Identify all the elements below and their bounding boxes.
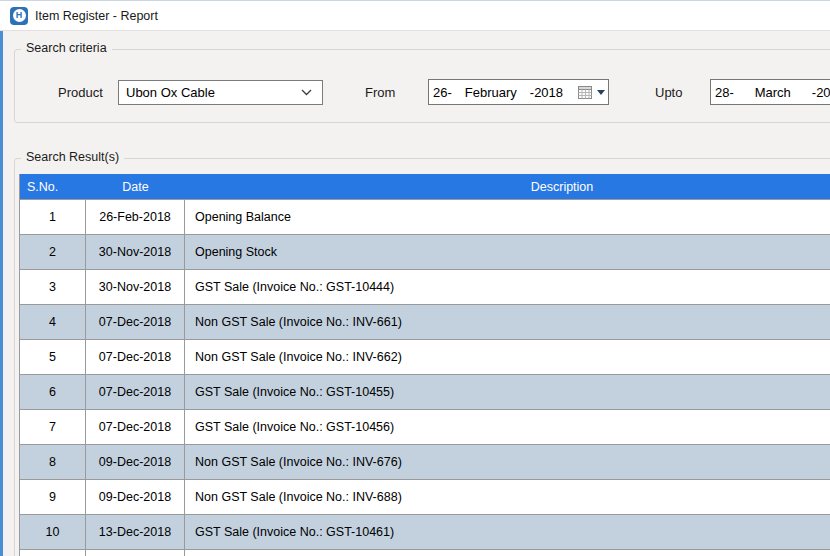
cell-sno[interactable]: 9 <box>20 480 86 514</box>
header-description[interactable]: Description <box>185 174 830 199</box>
cell-date[interactable]: 26-Feb-2018 <box>86 200 185 234</box>
cell-sno <box>20 550 86 556</box>
cell-date[interactable]: 07-Dec-2018 <box>86 340 185 374</box>
upto-date-day[interactable]: 28- <box>715 85 734 100</box>
cell-date[interactable]: 30-Nov-2018 <box>86 270 185 304</box>
calendar-icon <box>577 85 593 100</box>
cell-date[interactable]: 13-Dec-2018 <box>86 515 185 549</box>
from-date-day[interactable]: 26- <box>433 85 452 100</box>
app-icon-ring: H <box>13 9 26 22</box>
table-row[interactable]: 9 09-Dec-2018 Non GST Sale (Invoice No.:… <box>20 480 830 515</box>
table-row[interactable]: 4 07-Dec-2018 Non GST Sale (Invoice No.:… <box>20 305 830 340</box>
upto-date-year[interactable]: -2019 <box>812 85 830 100</box>
cell-description[interactable]: Non GST Sale (Invoice No.: INV-661) <box>185 305 830 339</box>
table-row-partial[interactable] <box>20 550 830 556</box>
cell-description[interactable]: Opening Balance <box>185 200 830 234</box>
from-date-month[interactable]: February <box>452 85 530 100</box>
cell-sno[interactable]: 10 <box>20 515 86 549</box>
product-combobox[interactable]: Ubon Ox Cable <box>118 80 323 105</box>
chevron-down-icon[interactable] <box>301 89 312 96</box>
table-row[interactable]: 1 26-Feb-2018 Opening Balance <box>20 200 830 235</box>
cell-sno[interactable]: 2 <box>20 235 86 269</box>
upto-label: Upto <box>655 85 682 100</box>
table-row[interactable]: 10 13-Dec-2018 GST Sale (Invoice No.: GS… <box>20 515 830 550</box>
cell-sno[interactable]: 8 <box>20 445 86 479</box>
window-left-border <box>0 31 3 556</box>
table-row[interactable]: 8 09-Dec-2018 Non GST Sale (Invoice No.:… <box>20 445 830 480</box>
cell-description[interactable]: GST Sale (Invoice No.: GST-10444) <box>185 270 830 304</box>
upto-date-month[interactable]: March <box>734 85 812 100</box>
from-date-picker[interactable]: 26- February -2018 <box>428 79 609 105</box>
header-date[interactable]: Date <box>86 174 185 199</box>
cell-sno[interactable]: 7 <box>20 410 86 444</box>
cell-description[interactable]: Non GST Sale (Invoice No.: INV-676) <box>185 445 830 479</box>
app-icon: H <box>10 7 28 25</box>
table-row[interactable]: 6 07-Dec-2018 GST Sale (Invoice No.: GST… <box>20 375 830 410</box>
table-row[interactable]: 7 07-Dec-2018 GST Sale (Invoice No.: GST… <box>20 410 830 445</box>
cell-sno[interactable]: 5 <box>20 340 86 374</box>
product-label: Product <box>58 85 103 100</box>
cell-description[interactable]: Non GST Sale (Invoice No.: INV-688) <box>185 480 830 514</box>
cell-date[interactable]: 30-Nov-2018 <box>86 235 185 269</box>
report-window: H Item Register - Report Search criteria… <box>0 0 830 556</box>
cell-date <box>86 550 185 556</box>
table-row[interactable]: 5 07-Dec-2018 Non GST Sale (Invoice No.:… <box>20 340 830 375</box>
product-combobox-value: Ubon Ox Cable <box>126 85 301 100</box>
from-date-year[interactable]: -2018 <box>530 85 563 100</box>
window-title: Item Register - Report <box>35 9 158 23</box>
cell-description[interactable]: GST Sale (Invoice No.: GST-10461) <box>185 515 830 549</box>
results-table: S.No. Date Description 1 26-Feb-2018 Ope… <box>19 174 830 556</box>
cell-description[interactable]: GST Sale (Invoice No.: GST-10456) <box>185 410 830 444</box>
cell-sno[interactable]: 3 <box>20 270 86 304</box>
cell-description <box>185 550 830 556</box>
search-criteria-label: Search criteria <box>21 41 112 55</box>
cell-sno[interactable]: 6 <box>20 375 86 409</box>
cell-description[interactable]: GST Sale (Invoice No.: GST-10455) <box>185 375 830 409</box>
table-body: 1 26-Feb-2018 Opening Balance 2 30-Nov-2… <box>20 200 830 550</box>
upto-date-picker[interactable]: 28- March -2019 <box>710 79 830 105</box>
from-date-dropdown-button[interactable] <box>577 80 605 104</box>
cell-sno[interactable]: 4 <box>20 305 86 339</box>
cell-date[interactable]: 07-Dec-2018 <box>86 410 185 444</box>
dropdown-arrow-icon <box>597 90 605 95</box>
cell-date[interactable]: 09-Dec-2018 <box>86 445 185 479</box>
titlebar[interactable]: H Item Register - Report <box>0 1 830 31</box>
header-sno[interactable]: S.No. <box>20 174 86 199</box>
table-row[interactable]: 3 30-Nov-2018 GST Sale (Invoice No.: GST… <box>20 270 830 305</box>
cell-description[interactable]: Non GST Sale (Invoice No.: INV-662) <box>185 340 830 374</box>
cell-sno[interactable]: 1 <box>20 200 86 234</box>
results-grid: S.No. Date Description 1 26-Feb-2018 Ope… <box>19 174 830 556</box>
cell-description[interactable]: Opening Stock <box>185 235 830 269</box>
search-results-label: Search Result(s) <box>21 150 124 164</box>
from-label: From <box>365 85 395 100</box>
table-header-row: S.No. Date Description <box>20 174 830 200</box>
cell-date[interactable]: 07-Dec-2018 <box>86 375 185 409</box>
cell-date[interactable]: 09-Dec-2018 <box>86 480 185 514</box>
cell-date[interactable]: 07-Dec-2018 <box>86 305 185 339</box>
table-row[interactable]: 2 30-Nov-2018 Opening Stock <box>20 235 830 270</box>
app-icon-letter: H <box>16 11 23 20</box>
